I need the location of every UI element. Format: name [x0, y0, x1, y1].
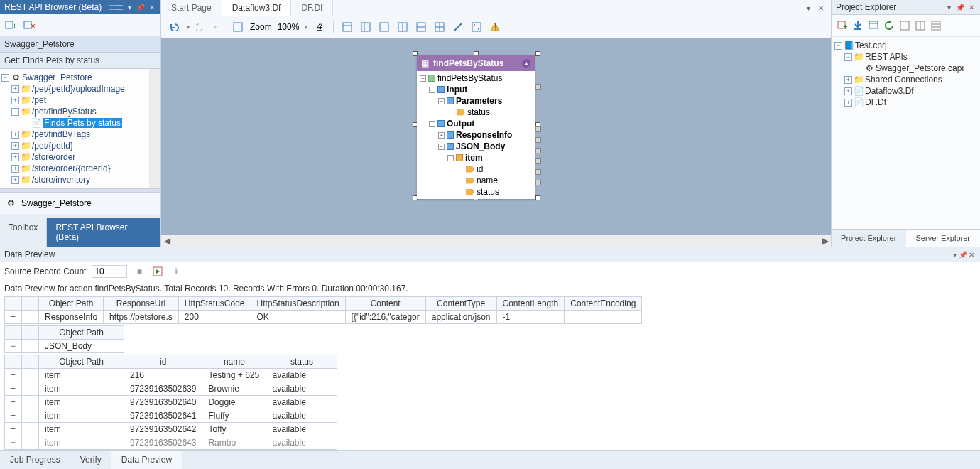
table-header-row: Object Path id name status: [5, 355, 337, 369]
collapse-icon[interactable]: −: [5, 340, 22, 353]
tree-item[interactable]: +📁/pet: [1, 95, 148, 106]
dataflow-node[interactable]: ▦ findPetsByStatus ▲ −findPetsByStatus −…: [417, 55, 535, 199]
tree-item[interactable]: +📁/store/inventory: [1, 174, 148, 185]
table-row[interactable]: +item97239163502643Ramboavailable: [5, 436, 337, 450]
import-icon[interactable]: [851, 19, 864, 32]
tree-item[interactable]: +📁/store/order: [1, 151, 148, 163]
source-count-label: Source Record Count: [4, 266, 86, 276]
left-toolbar: + ×: [0, 14, 160, 36]
tree-item[interactable]: −📁/pet/findByStatus: [1, 106, 148, 117]
api-tree[interactable]: −⚙Swagger_Petstore +📁/pet/{petId}/upload…: [0, 69, 149, 188]
info-icon[interactable]: ℹ: [170, 265, 183, 278]
tab-verify[interactable]: Verify: [70, 451, 111, 469]
new-item-icon[interactable]: +: [836, 19, 849, 32]
tab-data-preview[interactable]: Data Preview: [111, 451, 182, 469]
tab-df[interactable]: DF.Df: [291, 0, 333, 16]
output-port[interactable]: [535, 126, 541, 132]
add-connection-icon[interactable]: +: [4, 18, 17, 31]
tab-server-explorer[interactable]: Server Explorer: [906, 230, 981, 247]
tab-project-explorer[interactable]: Project Explorer: [832, 230, 906, 247]
line-tool-icon[interactable]: [452, 21, 464, 33]
operation-icon: [428, 75, 435, 82]
run-preview-icon[interactable]: [151, 265, 164, 278]
tree-root[interactable]: −⚙Swagger_Petstore: [1, 72, 148, 83]
table-row[interactable]: + ResponseInfohttps://petstore.s 200OK […: [5, 311, 642, 324]
tile2-icon[interactable]: [914, 19, 927, 32]
collapse-icon[interactable]: ▲: [522, 59, 530, 68]
refresh-icon[interactable]: [883, 19, 895, 32]
expand-icon[interactable]: +: [5, 311, 22, 324]
tree-item[interactable]: +📁/pet/{petId}: [1, 140, 148, 151]
layout3-icon[interactable]: [378, 21, 391, 33]
output-port[interactable]: [535, 158, 541, 164]
grid-icon[interactable]: [470, 21, 483, 33]
close-icon[interactable]: ✕: [967, 250, 976, 259]
preview-grid[interactable]: Object PathResponseUrl HttpStatusCodeHtt…: [0, 296, 980, 450]
scroll-right-icon[interactable]: ▶: [820, 235, 831, 247]
table-row[interactable]: +item97239163502641Fluffyavailable: [5, 409, 337, 423]
dropdown-icon[interactable]: ▾: [804, 4, 812, 12]
warning-icon[interactable]: !: [489, 21, 501, 33]
tile1-icon[interactable]: [898, 19, 911, 32]
tab-job-progress[interactable]: Job Progress: [0, 451, 70, 469]
project-tree[interactable]: −📘Test.cprj −📁REST APIs ⚙Swagger_Petstor…: [832, 37, 980, 229]
source-count-input[interactable]: [92, 265, 127, 278]
table-row[interactable]: +item216Testing + 625available: [5, 369, 337, 382]
svg-rect-30: [932, 21, 940, 30]
pin-icon[interactable]: 📌: [956, 3, 964, 11]
layout5-icon[interactable]: [415, 21, 428, 33]
tree-item-selected[interactable]: 📄Finds Pets by status: [1, 117, 148, 129]
table-row[interactable]: +item97239163502642Toffyavailable: [5, 423, 337, 436]
node-title-bar[interactable]: ▦ findPetsByStatus ▲: [417, 55, 535, 71]
design-canvas[interactable]: ▦ findPetsByStatus ▲ −findPetsByStatus −…: [161, 38, 831, 247]
horizontal-scrollbar[interactable]: ◀ ▶: [161, 235, 831, 247]
table-row[interactable]: +item97239163502639Brownieavailable: [5, 382, 337, 396]
gear-icon[interactable]: ⚙: [4, 197, 17, 210]
data-preview-panel: Data Preview ▾ 📌 ✕ Source Record Count ■…: [0, 247, 980, 450]
table-row[interactable]: −JSON_Body: [5, 340, 124, 353]
layout6-icon[interactable]: [433, 21, 446, 33]
dropdown-icon[interactable]: ▾: [944, 3, 953, 11]
close-tab-icon[interactable]: ✕: [817, 4, 825, 12]
redo-icon[interactable]: [195, 21, 208, 33]
close-icon[interactable]: ✕: [148, 3, 156, 11]
layout1-icon[interactable]: [341, 21, 354, 33]
scroll-left-icon[interactable]: ◀: [161, 235, 173, 247]
properties-icon[interactable]: [930, 19, 942, 32]
tab-dataflow3[interactable]: Dataflow3.Df: [222, 0, 292, 16]
tree-item[interactable]: +📁/store/order/{orderId}: [1, 163, 148, 174]
stop-icon[interactable]: ■: [133, 265, 146, 278]
zoom-fit-icon[interactable]: [232, 21, 244, 33]
pin-icon[interactable]: 📌: [959, 250, 967, 259]
output-port[interactable]: [535, 180, 541, 185]
dropdown-icon[interactable]: ▾: [125, 3, 134, 11]
tab-start-page[interactable]: Start Page: [161, 0, 222, 16]
tab-toolbox[interactable]: Toolbox: [0, 218, 47, 247]
layout4-icon[interactable]: [396, 21, 409, 33]
tab-rest-api-browser[interactable]: REST API Browser (Beta): [47, 218, 160, 247]
vertical-scrollbar[interactable]: [149, 69, 160, 188]
remove-connection-icon[interactable]: ×: [23, 18, 36, 31]
tree-item[interactable]: +📁/pet/{petId}/uploadImage: [1, 83, 148, 95]
panel-drag-dots[interactable]: ::::::::::::::: [109, 2, 122, 12]
svg-point-20: [478, 28, 479, 30]
output-port[interactable]: [535, 84, 541, 90]
output-port[interactable]: [535, 169, 541, 175]
print-icon[interactable]: 🖨: [313, 21, 326, 33]
zoom-value[interactable]: 100%: [278, 22, 300, 32]
svg-rect-5: [343, 23, 352, 31]
layout2-icon[interactable]: [359, 21, 372, 33]
output-port[interactable]: [535, 137, 541, 143]
folder-icon: 📁: [21, 164, 31, 173]
undo-icon[interactable]: [168, 21, 181, 33]
table-row[interactable]: +item97239163502640Doggieavailable: [5, 396, 337, 409]
tree-item[interactable]: +📁/pet/findByTags: [1, 129, 148, 140]
left-panel-header: REST API Browser (Beta) :::::::::::::: ▾…: [0, 0, 160, 14]
close-icon[interactable]: ✕: [967, 3, 976, 11]
window-icon[interactable]: [867, 19, 880, 32]
folder-icon: 📁: [21, 153, 31, 161]
output-port[interactable]: [535, 148, 541, 153]
pin-icon[interactable]: 📌: [136, 3, 145, 11]
dropdown-icon[interactable]: ▾: [950, 250, 959, 259]
footer-tabs: Job Progress Verify Data Preview: [0, 450, 980, 469]
